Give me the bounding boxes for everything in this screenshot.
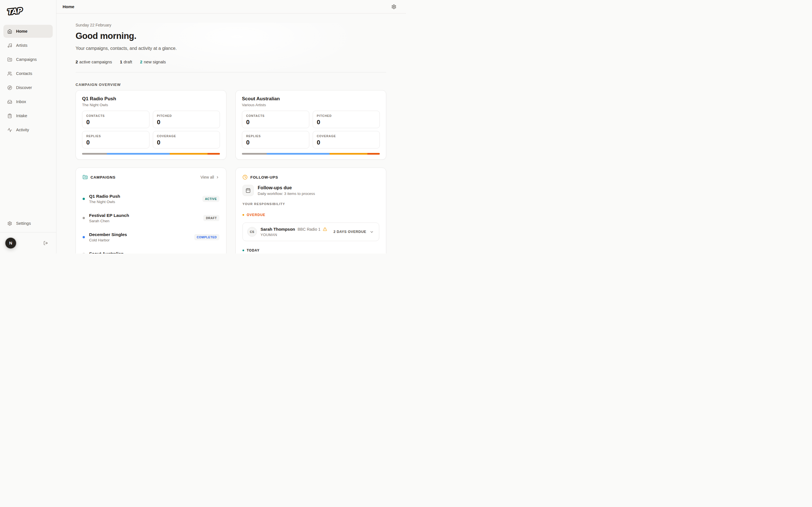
status-dot bbox=[83, 198, 85, 200]
stat-box-pitched: PITCHED 0 bbox=[153, 111, 220, 128]
progress-segment bbox=[82, 153, 107, 155]
sidebar-item-settings[interactable]: Settings bbox=[3, 217, 53, 230]
campaign-row-festival-ep-launch[interactable]: Festival EP Launch Sarah Chen DRAFT bbox=[83, 210, 219, 226]
svg-text:TAP: TAP bbox=[6, 6, 23, 16]
overdue-group-label: OVERDUE bbox=[243, 213, 379, 217]
campaign-row-artist: Sarah Chen bbox=[89, 219, 129, 223]
stat-value: 2 bbox=[140, 59, 142, 64]
compass-icon bbox=[7, 86, 12, 90]
status-badge: DRAFT bbox=[203, 215, 219, 221]
lower-panels-grid: CAMPAIGNS View all Q1 Radio Pus bbox=[75, 168, 386, 253]
sidebar-item-discover[interactable]: Discover bbox=[3, 81, 53, 94]
stat-box-contacts: CONTACTS 0 bbox=[82, 111, 149, 128]
stat-box-value: 0 bbox=[86, 139, 145, 146]
sidebar-item-label: Campaigns bbox=[16, 57, 37, 62]
progress-segment bbox=[207, 153, 220, 155]
stat-box-label: COVERAGE bbox=[317, 134, 376, 138]
campaign-overview-card-q1-radio-push[interactable]: Q1 Radio Push The Night Owls CONTACTS 0 … bbox=[75, 90, 226, 160]
main-area: Home Sunday 22 February Good morning. Yo… bbox=[56, 0, 406, 253]
your-responsibility-label: YOUR RESPONSIBILITY bbox=[243, 202, 379, 206]
campaign-stats: CONTACTS 0 PITCHED 0 REPLIES 0 COVERAG bbox=[242, 111, 380, 149]
sidebar-item-campaigns[interactable]: Campaigns bbox=[3, 53, 53, 66]
chevron-down-icon[interactable] bbox=[370, 230, 374, 234]
content-scroll-area[interactable]: Sunday 22 February Good morning. Your ca… bbox=[56, 13, 406, 253]
campaign-overview-label: CAMPAIGN OVERVIEW bbox=[75, 82, 386, 87]
user-avatar[interactable]: N bbox=[5, 238, 16, 248]
sidebar-item-home[interactable]: Home bbox=[3, 25, 53, 38]
settings-gear-button[interactable] bbox=[391, 4, 396, 9]
stat-box-value: 0 bbox=[86, 119, 145, 126]
avatar-initial: N bbox=[9, 240, 12, 245]
campaign-row-title: Scout Australian bbox=[89, 251, 124, 253]
contact-initials: CS bbox=[250, 230, 254, 233]
campaign-row-q1-radio-push[interactable]: Q1 Radio Push The Night Owls ACTIVE bbox=[83, 191, 219, 207]
sidebar-item-label: Inbox bbox=[16, 100, 26, 104]
progress-segment bbox=[242, 153, 267, 155]
stat-box-value: 0 bbox=[157, 139, 216, 146]
campaign-overview-card-scout-australian[interactable]: Scout Australian Various Artists CONTACT… bbox=[236, 90, 386, 160]
campaign-row-title: December Singles bbox=[89, 232, 127, 237]
top-bar: Home bbox=[56, 0, 406, 13]
view-all-link[interactable]: View all bbox=[200, 175, 219, 179]
contact-avatar: CS bbox=[247, 227, 257, 237]
folder-kanban-icon bbox=[83, 175, 88, 180]
due-status-text: 2 DAYS OVERDUE bbox=[334, 230, 366, 234]
calendar-icon-box bbox=[243, 185, 254, 196]
campaign-overview-grid: Q1 Radio Push The Night Owls CONTACTS 0 … bbox=[75, 90, 386, 160]
app-logo[interactable]: TAP bbox=[0, 0, 56, 20]
page-title: Home bbox=[63, 4, 74, 9]
logout-icon[interactable] bbox=[43, 241, 48, 245]
stat-box-value: 0 bbox=[246, 119, 305, 126]
stat-box-label: CONTACTS bbox=[86, 114, 145, 117]
tap-logo-art: TAP bbox=[4, 3, 32, 18]
today-group-label: TODAY bbox=[243, 248, 379, 252]
sidebar: TAP Home Artists Campaigns bbox=[0, 0, 56, 253]
sidebar-item-inbox[interactable]: Inbox bbox=[3, 95, 53, 108]
overdue-label-text: OVERDUE bbox=[247, 213, 265, 217]
stat-box-replies: REPLIES 0 bbox=[82, 131, 149, 149]
stat-box-coverage: COVERAGE 0 bbox=[153, 131, 220, 149]
today-label-text: TODAY bbox=[247, 248, 260, 252]
hero-section: Sunday 22 February Good morning. Your ca… bbox=[75, 23, 386, 72]
campaign-artist: The Night Owls bbox=[82, 103, 220, 107]
activity-pulse-icon bbox=[7, 128, 12, 132]
status-badge: ACTIVE bbox=[202, 196, 219, 202]
stat-box-coverage: COVERAGE 0 bbox=[313, 131, 380, 149]
campaign-row-december-singles[interactable]: December Singles Cold Harbor COMPLETED bbox=[83, 229, 219, 245]
sidebar-item-intake[interactable]: Intake bbox=[3, 109, 53, 122]
campaign-row-title: Q1 Radio Push bbox=[89, 194, 120, 199]
campaign-row-artist: The Night Owls bbox=[89, 200, 120, 204]
clipboard-list-icon bbox=[7, 114, 12, 118]
stat-label: draft bbox=[124, 59, 132, 64]
followups-panel-title: FOLLOW-UPS bbox=[250, 175, 278, 179]
stat-new-signals: 2new signals bbox=[140, 59, 166, 64]
section-divider bbox=[75, 72, 386, 72]
campaign-progress-bar bbox=[82, 153, 220, 155]
followup-row-sarah-thompson[interactable]: CS Sarah Thompson BBC Radio 1 YOUMAN bbox=[243, 223, 379, 241]
sidebar-item-activity[interactable]: Activity bbox=[3, 123, 53, 136]
contact-name: Sarah Thompson bbox=[260, 227, 295, 231]
stat-box-label: PITCHED bbox=[317, 114, 376, 117]
stat-box-label: CONTACTS bbox=[246, 114, 305, 117]
campaign-row-scout-australian[interactable]: Scout Australian bbox=[83, 248, 219, 253]
stat-box-label: REPLIES bbox=[86, 134, 145, 138]
stat-box-label: PITCHED bbox=[157, 114, 216, 117]
campaign-row-artist: Cold Harbor bbox=[89, 238, 127, 242]
progress-segment bbox=[367, 153, 380, 155]
warning-triangle-icon bbox=[323, 227, 327, 231]
greeting-subtitle: Your campaigns, contacts, and activity a… bbox=[75, 46, 386, 51]
stat-box-value: 0 bbox=[157, 119, 216, 126]
current-date: Sunday 22 February bbox=[75, 23, 386, 27]
stat-active-campaigns: 2active campaigns bbox=[75, 59, 112, 64]
followups-panel-header: FOLLOW-UPS bbox=[243, 174, 379, 180]
sidebar-item-artists[interactable]: Artists bbox=[3, 39, 53, 52]
stat-label: active campaigns bbox=[79, 59, 112, 64]
campaigns-list: Q1 Radio Push The Night Owls ACTIVE Fest… bbox=[83, 191, 219, 253]
sidebar-item-contacts[interactable]: Contacts bbox=[3, 67, 53, 80]
status-dot bbox=[83, 236, 85, 238]
campaign-title: Q1 Radio Push bbox=[82, 96, 220, 102]
followups-due-banner[interactable]: Follow-ups due Daily workflow: 3 items t… bbox=[243, 185, 379, 196]
stat-box-replies: REPLIES 0 bbox=[242, 131, 309, 149]
app-root: TAP Home Artists Campaigns bbox=[0, 0, 406, 253]
status-dot bbox=[83, 217, 85, 219]
